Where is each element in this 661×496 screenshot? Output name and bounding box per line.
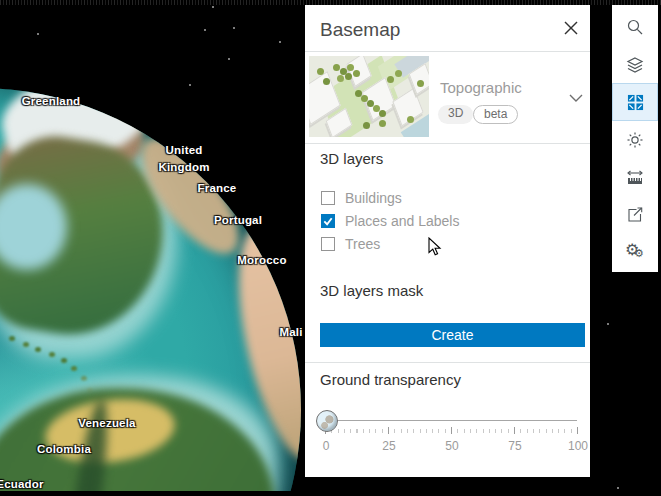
slider-major-tick xyxy=(388,427,389,434)
panel-title: Basemap xyxy=(320,19,400,41)
star xyxy=(233,27,235,29)
checkbox-label: Buildings xyxy=(345,190,402,206)
mask-heading: 3D layers mask xyxy=(320,282,423,299)
basemap-icon[interactable] xyxy=(612,83,658,121)
checkbox-trees[interactable]: Trees xyxy=(321,236,380,252)
create-button[interactable]: Create xyxy=(320,323,585,347)
share-icon[interactable] xyxy=(612,197,658,235)
checkbox-buildings[interactable]: Buildings xyxy=(321,190,402,206)
layers-heading: 3D layers xyxy=(320,150,383,167)
checkbox-places-and-labels[interactable]: Places and Labels xyxy=(321,213,459,229)
search-icon[interactable] xyxy=(612,8,658,46)
tick-label-100: 100 xyxy=(568,439,588,453)
slider-major-tick xyxy=(451,427,452,434)
measure-icon[interactable] xyxy=(612,159,658,197)
transparency-slider-thumb-globe[interactable] xyxy=(316,410,338,432)
ground-transparency-heading: Ground transparency xyxy=(320,371,461,388)
app-window: Greenland United Kingdom France Portugal… xyxy=(0,0,661,496)
divider xyxy=(305,362,590,363)
gears-glyph: ⚙⚙ xyxy=(625,243,645,263)
star xyxy=(37,33,39,35)
daylight-icon[interactable] xyxy=(612,121,658,159)
checkbox-icon xyxy=(321,214,335,228)
thumb-trees xyxy=(333,64,340,71)
tool-rail: ⚙⚙ xyxy=(612,0,658,272)
layers-icon[interactable] xyxy=(612,46,658,84)
star xyxy=(189,84,191,86)
star xyxy=(607,323,609,325)
settings-icon[interactable]: ⚙⚙ xyxy=(612,234,658,272)
slider-major-tick xyxy=(514,427,515,434)
caribbean-islands xyxy=(9,336,15,341)
star xyxy=(228,58,230,60)
basemap-name: Topographic xyxy=(440,79,522,96)
top-artifact-strip xyxy=(0,0,661,5)
basemap-panel: Basemap Topographic 3D beta 3D layers xyxy=(305,0,590,477)
checkbox-label: Trees xyxy=(345,236,380,252)
close-icon[interactable] xyxy=(559,16,583,40)
mouse-cursor xyxy=(428,237,442,261)
tick-label-50: 50 xyxy=(445,439,458,453)
tick-label-0: 0 xyxy=(323,439,330,453)
badge-3d: 3D xyxy=(438,105,473,124)
checkbox-label: Places and Labels xyxy=(345,213,459,229)
tick-label-25: 25 xyxy=(382,439,395,453)
divider xyxy=(305,51,590,52)
star xyxy=(204,29,206,31)
transparency-slider-track[interactable] xyxy=(325,420,577,421)
divider xyxy=(305,143,590,144)
star xyxy=(279,41,281,43)
slider-major-tick xyxy=(577,427,578,434)
bottom-edge xyxy=(0,491,661,496)
checkbox-icon xyxy=(321,237,335,251)
star xyxy=(212,6,214,8)
tick-label-75: 75 xyxy=(508,439,521,453)
star xyxy=(617,487,619,489)
badge-beta: beta xyxy=(473,105,518,124)
basemap-thumbnail[interactable] xyxy=(309,56,429,137)
earth-globe[interactable] xyxy=(0,88,301,496)
chevron-down-icon[interactable] xyxy=(568,90,584,106)
checkbox-icon xyxy=(321,191,335,205)
